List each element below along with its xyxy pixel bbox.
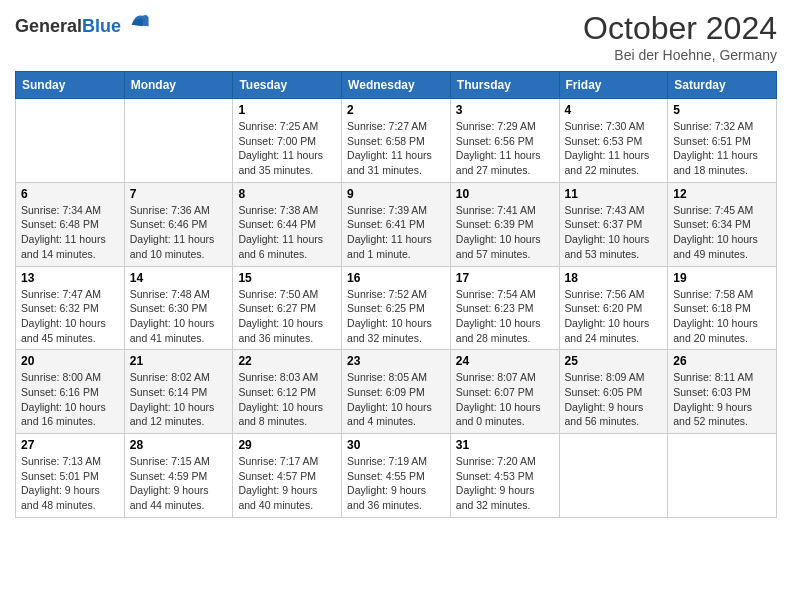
calendar-cell: 3Sunrise: 7:29 AMSunset: 6:56 PMDaylight… bbox=[450, 99, 559, 183]
day-info: Sunrise: 7:27 AMSunset: 6:58 PMDaylight:… bbox=[347, 119, 445, 178]
title-area: October 2024 Bei der Hoehne, Germany bbox=[583, 10, 777, 63]
calendar-cell: 6Sunrise: 7:34 AMSunset: 6:48 PMDaylight… bbox=[16, 182, 125, 266]
calendar-cell: 14Sunrise: 7:48 AMSunset: 6:30 PMDayligh… bbox=[124, 266, 233, 350]
calendar-cell bbox=[16, 99, 125, 183]
location: Bei der Hoehne, Germany bbox=[583, 47, 777, 63]
calendar-cell: 26Sunrise: 8:11 AMSunset: 6:03 PMDayligh… bbox=[668, 350, 777, 434]
calendar-week-1: 1Sunrise: 7:25 AMSunset: 7:00 PMDaylight… bbox=[16, 99, 777, 183]
day-info: Sunrise: 7:39 AMSunset: 6:41 PMDaylight:… bbox=[347, 203, 445, 262]
day-info: Sunrise: 7:32 AMSunset: 6:51 PMDaylight:… bbox=[673, 119, 771, 178]
calendar-cell: 16Sunrise: 7:52 AMSunset: 6:25 PMDayligh… bbox=[342, 266, 451, 350]
day-info: Sunrise: 7:54 AMSunset: 6:23 PMDaylight:… bbox=[456, 287, 554, 346]
calendar-cell: 22Sunrise: 8:03 AMSunset: 6:12 PMDayligh… bbox=[233, 350, 342, 434]
day-number: 22 bbox=[238, 354, 336, 368]
calendar-cell: 11Sunrise: 7:43 AMSunset: 6:37 PMDayligh… bbox=[559, 182, 668, 266]
day-info: Sunrise: 7:56 AMSunset: 6:20 PMDaylight:… bbox=[565, 287, 663, 346]
day-info: Sunrise: 7:58 AMSunset: 6:18 PMDaylight:… bbox=[673, 287, 771, 346]
day-info: Sunrise: 7:17 AMSunset: 4:57 PMDaylight:… bbox=[238, 454, 336, 513]
day-info: Sunrise: 7:30 AMSunset: 6:53 PMDaylight:… bbox=[565, 119, 663, 178]
calendar-cell: 1Sunrise: 7:25 AMSunset: 7:00 PMDaylight… bbox=[233, 99, 342, 183]
day-number: 17 bbox=[456, 271, 554, 285]
logo-general-text: General bbox=[15, 16, 82, 36]
calendar-week-3: 13Sunrise: 7:47 AMSunset: 6:32 PMDayligh… bbox=[16, 266, 777, 350]
day-info: Sunrise: 8:03 AMSunset: 6:12 PMDaylight:… bbox=[238, 370, 336, 429]
calendar-cell: 5Sunrise: 7:32 AMSunset: 6:51 PMDaylight… bbox=[668, 99, 777, 183]
day-number: 15 bbox=[238, 271, 336, 285]
month-title: October 2024 bbox=[583, 10, 777, 47]
day-number: 11 bbox=[565, 187, 663, 201]
day-number: 20 bbox=[21, 354, 119, 368]
day-info: Sunrise: 7:52 AMSunset: 6:25 PMDaylight:… bbox=[347, 287, 445, 346]
day-number: 8 bbox=[238, 187, 336, 201]
calendar-cell: 30Sunrise: 7:19 AMSunset: 4:55 PMDayligh… bbox=[342, 434, 451, 518]
calendar-cell: 23Sunrise: 8:05 AMSunset: 6:09 PMDayligh… bbox=[342, 350, 451, 434]
day-number: 26 bbox=[673, 354, 771, 368]
weekday-header-sunday: Sunday bbox=[16, 72, 125, 99]
day-number: 14 bbox=[130, 271, 228, 285]
weekday-header-thursday: Thursday bbox=[450, 72, 559, 99]
calendar-cell bbox=[668, 434, 777, 518]
calendar-cell: 19Sunrise: 7:58 AMSunset: 6:18 PMDayligh… bbox=[668, 266, 777, 350]
weekday-header-monday: Monday bbox=[124, 72, 233, 99]
logo-blue-text: Blue bbox=[82, 16, 121, 36]
day-info: Sunrise: 7:15 AMSunset: 4:59 PMDaylight:… bbox=[130, 454, 228, 513]
day-info: Sunrise: 7:45 AMSunset: 6:34 PMDaylight:… bbox=[673, 203, 771, 262]
day-info: Sunrise: 7:43 AMSunset: 6:37 PMDaylight:… bbox=[565, 203, 663, 262]
calendar-cell: 17Sunrise: 7:54 AMSunset: 6:23 PMDayligh… bbox=[450, 266, 559, 350]
day-number: 18 bbox=[565, 271, 663, 285]
day-info: Sunrise: 8:09 AMSunset: 6:05 PMDaylight:… bbox=[565, 370, 663, 429]
day-number: 6 bbox=[21, 187, 119, 201]
weekday-header-row: SundayMondayTuesdayWednesdayThursdayFrid… bbox=[16, 72, 777, 99]
day-number: 19 bbox=[673, 271, 771, 285]
day-number: 3 bbox=[456, 103, 554, 117]
weekday-header-saturday: Saturday bbox=[668, 72, 777, 99]
calendar-table: SundayMondayTuesdayWednesdayThursdayFrid… bbox=[15, 71, 777, 518]
day-number: 27 bbox=[21, 438, 119, 452]
calendar-cell: 28Sunrise: 7:15 AMSunset: 4:59 PMDayligh… bbox=[124, 434, 233, 518]
calendar-cell: 18Sunrise: 7:56 AMSunset: 6:20 PMDayligh… bbox=[559, 266, 668, 350]
calendar-week-2: 6Sunrise: 7:34 AMSunset: 6:48 PMDaylight… bbox=[16, 182, 777, 266]
calendar-week-4: 20Sunrise: 8:00 AMSunset: 6:16 PMDayligh… bbox=[16, 350, 777, 434]
day-number: 4 bbox=[565, 103, 663, 117]
calendar-cell: 8Sunrise: 7:38 AMSunset: 6:44 PMDaylight… bbox=[233, 182, 342, 266]
day-number: 16 bbox=[347, 271, 445, 285]
day-info: Sunrise: 8:00 AMSunset: 6:16 PMDaylight:… bbox=[21, 370, 119, 429]
logo: GeneralBlue bbox=[15, 10, 150, 37]
day-number: 28 bbox=[130, 438, 228, 452]
day-info: Sunrise: 7:20 AMSunset: 4:53 PMDaylight:… bbox=[456, 454, 554, 513]
weekday-header-friday: Friday bbox=[559, 72, 668, 99]
day-number: 13 bbox=[21, 271, 119, 285]
day-number: 21 bbox=[130, 354, 228, 368]
day-info: Sunrise: 7:19 AMSunset: 4:55 PMDaylight:… bbox=[347, 454, 445, 513]
calendar-cell: 21Sunrise: 8:02 AMSunset: 6:14 PMDayligh… bbox=[124, 350, 233, 434]
day-info: Sunrise: 7:34 AMSunset: 6:48 PMDaylight:… bbox=[21, 203, 119, 262]
day-number: 2 bbox=[347, 103, 445, 117]
calendar-cell: 24Sunrise: 8:07 AMSunset: 6:07 PMDayligh… bbox=[450, 350, 559, 434]
calendar-cell: 7Sunrise: 7:36 AMSunset: 6:46 PMDaylight… bbox=[124, 182, 233, 266]
weekday-header-tuesday: Tuesday bbox=[233, 72, 342, 99]
day-info: Sunrise: 7:48 AMSunset: 6:30 PMDaylight:… bbox=[130, 287, 228, 346]
day-number: 24 bbox=[456, 354, 554, 368]
calendar-cell: 10Sunrise: 7:41 AMSunset: 6:39 PMDayligh… bbox=[450, 182, 559, 266]
day-number: 10 bbox=[456, 187, 554, 201]
day-info: Sunrise: 7:13 AMSunset: 5:01 PMDaylight:… bbox=[21, 454, 119, 513]
calendar-cell: 15Sunrise: 7:50 AMSunset: 6:27 PMDayligh… bbox=[233, 266, 342, 350]
day-number: 23 bbox=[347, 354, 445, 368]
day-number: 9 bbox=[347, 187, 445, 201]
calendar-cell: 13Sunrise: 7:47 AMSunset: 6:32 PMDayligh… bbox=[16, 266, 125, 350]
day-number: 7 bbox=[130, 187, 228, 201]
day-info: Sunrise: 7:38 AMSunset: 6:44 PMDaylight:… bbox=[238, 203, 336, 262]
calendar-cell bbox=[559, 434, 668, 518]
calendar-cell: 9Sunrise: 7:39 AMSunset: 6:41 PMDaylight… bbox=[342, 182, 451, 266]
day-info: Sunrise: 8:07 AMSunset: 6:07 PMDaylight:… bbox=[456, 370, 554, 429]
day-number: 29 bbox=[238, 438, 336, 452]
day-info: Sunrise: 7:50 AMSunset: 6:27 PMDaylight:… bbox=[238, 287, 336, 346]
day-info: Sunrise: 8:11 AMSunset: 6:03 PMDaylight:… bbox=[673, 370, 771, 429]
calendar-cell: 12Sunrise: 7:45 AMSunset: 6:34 PMDayligh… bbox=[668, 182, 777, 266]
day-number: 1 bbox=[238, 103, 336, 117]
calendar-cell: 29Sunrise: 7:17 AMSunset: 4:57 PMDayligh… bbox=[233, 434, 342, 518]
calendar-cell: 25Sunrise: 8:09 AMSunset: 6:05 PMDayligh… bbox=[559, 350, 668, 434]
day-info: Sunrise: 7:25 AMSunset: 7:00 PMDaylight:… bbox=[238, 119, 336, 178]
calendar-cell: 20Sunrise: 8:00 AMSunset: 6:16 PMDayligh… bbox=[16, 350, 125, 434]
day-info: Sunrise: 8:02 AMSunset: 6:14 PMDaylight:… bbox=[130, 370, 228, 429]
